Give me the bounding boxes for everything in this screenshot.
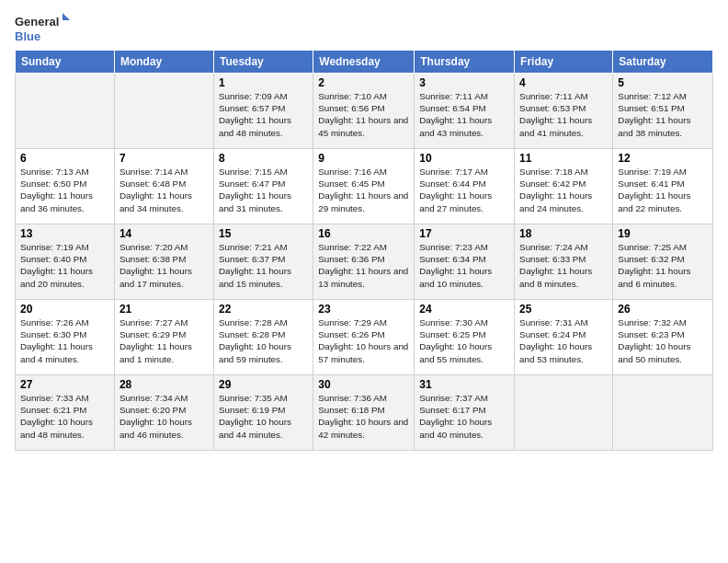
calendar-cell: 25Sunrise: 7:31 AM Sunset: 6:24 PM Dayli… (515, 300, 613, 375)
calendar-cell (515, 375, 613, 451)
calendar-cell: 5Sunrise: 7:12 AM Sunset: 6:51 PM Daylig… (613, 74, 713, 149)
cell-day-number: 1 (219, 76, 308, 89)
day-header-monday: Monday (114, 51, 213, 74)
cell-day-number: 10 (419, 152, 509, 165)
cell-info: Sunrise: 7:37 AM Sunset: 6:17 PM Dayligh… (419, 392, 509, 441)
cell-info: Sunrise: 7:29 AM Sunset: 6:26 PM Dayligh… (318, 316, 409, 365)
cell-info: Sunrise: 7:16 AM Sunset: 6:45 PM Dayligh… (318, 166, 409, 214)
calendar-cell: 30Sunrise: 7:36 AM Sunset: 6:18 PM Dayli… (313, 375, 415, 451)
cell-day-number: 12 (618, 152, 708, 165)
calendar-cell: 1Sunrise: 7:09 AM Sunset: 6:57 PM Daylig… (213, 74, 313, 149)
cell-info: Sunrise: 7:34 AM Sunset: 6:20 PM Dayligh… (119, 392, 209, 441)
cell-day-number: 26 (618, 303, 708, 316)
calendar-cell: 24Sunrise: 7:30 AM Sunset: 6:25 PM Dayli… (415, 300, 515, 375)
cell-day-number: 13 (20, 227, 109, 240)
cell-day-number: 31 (419, 378, 509, 391)
calendar-cell: 7Sunrise: 7:14 AM Sunset: 6:48 PM Daylig… (114, 149, 213, 224)
svg-marker-2 (63, 13, 70, 20)
cell-info: Sunrise: 7:17 AM Sunset: 6:44 PM Dayligh… (419, 166, 509, 214)
cell-day-number: 8 (219, 152, 308, 165)
calendar-cell: 15Sunrise: 7:21 AM Sunset: 6:37 PM Dayli… (213, 224, 313, 300)
calendar-cell: 2Sunrise: 7:10 AM Sunset: 6:56 PM Daylig… (313, 74, 415, 149)
cell-info: Sunrise: 7:13 AM Sunset: 6:50 PM Dayligh… (20, 166, 109, 214)
cell-info: Sunrise: 7:35 AM Sunset: 6:19 PM Dayligh… (219, 392, 308, 441)
day-header-thursday: Thursday (415, 51, 515, 74)
svg-text:General: General (15, 15, 59, 29)
cell-info: Sunrise: 7:20 AM Sunset: 6:38 PM Dayligh… (119, 241, 209, 290)
cell-day-number: 15 (219, 227, 308, 240)
calendar-cell: 21Sunrise: 7:27 AM Sunset: 6:29 PM Dayli… (114, 300, 213, 375)
logo: General Blue (15, 11, 70, 44)
calendar-cell: 18Sunrise: 7:24 AM Sunset: 6:33 PM Dayli… (515, 224, 613, 300)
cell-day-number: 3 (419, 76, 509, 89)
calendar-cell: 31Sunrise: 7:37 AM Sunset: 6:17 PM Dayli… (415, 375, 515, 451)
cell-info: Sunrise: 7:18 AM Sunset: 6:42 PM Dayligh… (519, 166, 608, 214)
calendar-cell: 16Sunrise: 7:22 AM Sunset: 6:36 PM Dayli… (313, 224, 415, 300)
calendar-cell: 28Sunrise: 7:34 AM Sunset: 6:20 PM Dayli… (114, 375, 213, 451)
cell-info: Sunrise: 7:33 AM Sunset: 6:21 PM Dayligh… (20, 392, 109, 441)
cell-info: Sunrise: 7:22 AM Sunset: 6:36 PM Dayligh… (318, 241, 409, 290)
cell-info: Sunrise: 7:10 AM Sunset: 6:56 PM Dayligh… (318, 90, 409, 139)
cell-info: Sunrise: 7:27 AM Sunset: 6:29 PM Dayligh… (119, 316, 209, 365)
day-header-saturday: Saturday (613, 51, 713, 74)
cell-info: Sunrise: 7:23 AM Sunset: 6:34 PM Dayligh… (419, 241, 509, 290)
cell-day-number: 2 (318, 76, 409, 89)
cell-info: Sunrise: 7:31 AM Sunset: 6:24 PM Dayligh… (519, 316, 608, 365)
week-row-5: 27Sunrise: 7:33 AM Sunset: 6:21 PM Dayli… (16, 375, 713, 451)
calendar-cell: 23Sunrise: 7:29 AM Sunset: 6:26 PM Dayli… (313, 300, 415, 375)
calendar-cell: 14Sunrise: 7:20 AM Sunset: 6:38 PM Dayli… (114, 224, 213, 300)
cell-day-number: 21 (119, 303, 209, 316)
cell-day-number: 19 (618, 227, 708, 240)
cell-day-number: 25 (519, 303, 608, 316)
cell-info: Sunrise: 7:25 AM Sunset: 6:32 PM Dayligh… (618, 241, 708, 290)
calendar-cell: 26Sunrise: 7:32 AM Sunset: 6:23 PM Dayli… (613, 300, 713, 375)
cell-day-number: 27 (20, 378, 109, 391)
cell-day-number: 29 (219, 378, 308, 391)
cell-day-number: 14 (119, 227, 209, 240)
cell-info: Sunrise: 7:32 AM Sunset: 6:23 PM Dayligh… (618, 316, 708, 365)
calendar-cell: 19Sunrise: 7:25 AM Sunset: 6:32 PM Dayli… (613, 224, 713, 300)
cell-day-number: 5 (618, 76, 708, 89)
cell-info: Sunrise: 7:24 AM Sunset: 6:33 PM Dayligh… (519, 241, 608, 290)
calendar-cell: 13Sunrise: 7:19 AM Sunset: 6:40 PM Dayli… (16, 224, 115, 300)
cell-info: Sunrise: 7:11 AM Sunset: 6:53 PM Dayligh… (519, 90, 608, 139)
day-header-friday: Friday (515, 51, 613, 74)
page: General Blue SundayMondayTuesdayWednesda… (0, 0, 728, 458)
day-header-wednesday: Wednesday (313, 51, 415, 74)
logo-svg: General Blue (15, 11, 70, 44)
cell-day-number: 7 (119, 152, 209, 165)
cell-day-number: 9 (318, 152, 409, 165)
cell-day-number: 30 (318, 378, 409, 391)
calendar-header: SundayMondayTuesdayWednesdayThursdayFrid… (16, 51, 713, 74)
days-row: SundayMondayTuesdayWednesdayThursdayFrid… (16, 51, 713, 74)
cell-day-number: 4 (519, 76, 608, 89)
cell-info: Sunrise: 7:15 AM Sunset: 6:47 PM Dayligh… (219, 166, 308, 214)
cell-day-number: 22 (219, 303, 308, 316)
day-header-sunday: Sunday (16, 51, 115, 74)
week-row-4: 20Sunrise: 7:26 AM Sunset: 6:30 PM Dayli… (16, 300, 713, 375)
cell-info: Sunrise: 7:26 AM Sunset: 6:30 PM Dayligh… (20, 316, 109, 365)
cell-info: Sunrise: 7:28 AM Sunset: 6:28 PM Dayligh… (219, 316, 308, 365)
calendar-cell: 20Sunrise: 7:26 AM Sunset: 6:30 PM Dayli… (16, 300, 115, 375)
cell-day-number: 28 (119, 378, 209, 391)
cell-info: Sunrise: 7:36 AM Sunset: 6:18 PM Dayligh… (318, 392, 409, 441)
cell-day-number: 18 (519, 227, 608, 240)
cell-info: Sunrise: 7:19 AM Sunset: 6:41 PM Dayligh… (618, 166, 708, 214)
calendar-cell: 12Sunrise: 7:19 AM Sunset: 6:41 PM Dayli… (613, 149, 713, 224)
week-row-2: 6Sunrise: 7:13 AM Sunset: 6:50 PM Daylig… (16, 149, 713, 224)
calendar-cell: 9Sunrise: 7:16 AM Sunset: 6:45 PM Daylig… (313, 149, 415, 224)
header: General Blue (15, 11, 713, 44)
calendar-cell: 29Sunrise: 7:35 AM Sunset: 6:19 PM Dayli… (213, 375, 313, 451)
calendar-cell: 11Sunrise: 7:18 AM Sunset: 6:42 PM Dayli… (515, 149, 613, 224)
calendar-cell (114, 74, 213, 149)
cell-info: Sunrise: 7:14 AM Sunset: 6:48 PM Dayligh… (119, 166, 209, 214)
cell-day-number: 23 (318, 303, 409, 316)
cell-info: Sunrise: 7:11 AM Sunset: 6:54 PM Dayligh… (419, 90, 509, 139)
cell-day-number: 6 (20, 152, 109, 165)
calendar-body: 1Sunrise: 7:09 AM Sunset: 6:57 PM Daylig… (16, 74, 713, 451)
calendar-cell: 8Sunrise: 7:15 AM Sunset: 6:47 PM Daylig… (213, 149, 313, 224)
calendar-cell: 10Sunrise: 7:17 AM Sunset: 6:44 PM Dayli… (415, 149, 515, 224)
calendar-cell (16, 74, 115, 149)
week-row-3: 13Sunrise: 7:19 AM Sunset: 6:40 PM Dayli… (16, 224, 713, 300)
calendar-cell: 6Sunrise: 7:13 AM Sunset: 6:50 PM Daylig… (16, 149, 115, 224)
